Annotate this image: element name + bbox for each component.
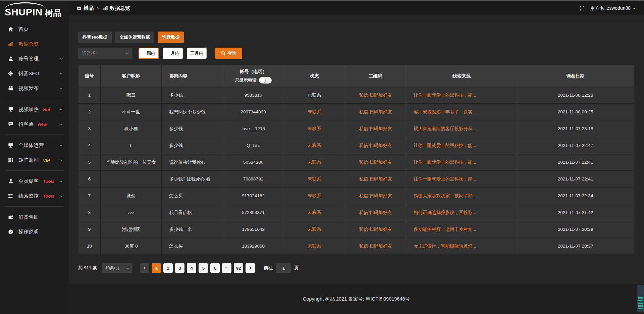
cell-qrcode[interactable]: 私信 扫码加好友 xyxy=(345,120,406,137)
chevron-right-icon xyxy=(248,266,252,270)
breadcrumb-item-current[interactable]: 数据总览 xyxy=(103,5,130,11)
sidebar-item-grid[interactable]: 矩阵助推VIP xyxy=(0,153,69,167)
chevron-down-icon xyxy=(59,179,63,183)
cell-nickname: 狐小狸 xyxy=(101,120,162,137)
sidebar-item-sliders[interactable]: 线索监控Tools xyxy=(0,189,69,203)
cell-source[interactable]: 让你一眼就爱上的黑科技，能... xyxy=(406,171,517,188)
page-size-select[interactable]: 10条/页 xyxy=(102,263,132,273)
sidebar-item-monitor[interactable]: 全媒体运营 xyxy=(0,138,69,153)
cell-id: 2 xyxy=(78,104,101,120)
cell-source[interactable]: 让你一眼就爱上的黑科技，能... xyxy=(406,137,517,154)
cell-qrcode[interactable]: 私信 扫码加好友 xyxy=(345,188,406,204)
sidebar-item-heat-screen[interactable]: 视频加热Hot xyxy=(0,102,69,117)
table-row: 8zzz我只看价格572803371未联系私信 扫码加好友如何正确选择投影仪，买… xyxy=(78,204,634,221)
sidebar-item-label: 线索监控 xyxy=(18,193,39,199)
cell-status: 未联系 xyxy=(284,171,345,188)
range-button-2[interactable]: 三月内 xyxy=(187,48,207,59)
cell-nickname: zzz xyxy=(101,204,162,221)
col-header-status: 状态 xyxy=(284,65,345,87)
cell-source[interactable]: 让你一眼就爱上的黑科技，能... xyxy=(406,87,517,104)
gear-icon xyxy=(8,71,14,76)
phone-only-toggle[interactable] xyxy=(259,77,272,84)
page-button-5[interactable]: 5 xyxy=(199,263,208,273)
cell-date: 2021-11-07 20:37 xyxy=(517,238,634,255)
cell-date: 2021-11-07 22:41 xyxy=(517,171,634,188)
sidebar-divider xyxy=(5,170,63,171)
page-button-92[interactable]: 92 xyxy=(234,263,243,273)
cell-source[interactable]: 如何正确选择投影仪，买投影... xyxy=(406,204,517,221)
chevron-down-icon xyxy=(126,266,130,270)
sidebar-item-video-camera[interactable]: 视频发布 xyxy=(0,81,69,96)
home-icon xyxy=(8,27,14,32)
logo-text: SHUPIN xyxy=(5,7,43,17)
cell-nickname: 当地比较能吃的一位美女 xyxy=(101,154,162,171)
tab-0[interactable]: 抖音seo数据 xyxy=(78,32,112,43)
cell-inquiry: 怎么买 xyxy=(162,188,223,204)
page-button-6[interactable]: 6 xyxy=(210,263,220,273)
cell-qrcode[interactable]: 私信 扫码加好友 xyxy=(345,104,406,120)
prev-page-button[interactable] xyxy=(140,263,149,273)
cell-inquiry: 多少钱 xyxy=(162,87,223,104)
pagination: 共 911 条 10条/页 123456•••92 前往 页 xyxy=(78,263,644,273)
cell-qrcode[interactable]: 私信 扫码加好友 xyxy=(345,87,406,104)
cell-qrcode[interactable]: 私信 扫码加好友 xyxy=(345,137,406,154)
chevron-down-icon xyxy=(59,122,63,126)
cell-status: 未联系 xyxy=(284,188,345,204)
grid-icon xyxy=(8,157,14,163)
page-button-2[interactable]: 2 xyxy=(163,263,173,273)
cell-source[interactable]: 多功能护栏灯，适用于乡村文... xyxy=(406,221,517,238)
sidebar-item-label: 消费明细 xyxy=(18,214,39,220)
cell-source[interactable]: 被大家追着问的客厅投影分享... xyxy=(406,120,517,137)
page-button-4[interactable]: 4 xyxy=(187,263,196,273)
cell-status: 未联系 xyxy=(284,221,345,238)
sidebar-item-home[interactable]: 首页 xyxy=(0,22,69,37)
sidebar-item-wallet[interactable]: 消费明细 xyxy=(0,210,69,224)
filter-select[interactable]: 请选择 xyxy=(78,48,132,59)
sidebar-item-label: 会员爆客 xyxy=(18,178,39,185)
sidebar-item-badge: New xyxy=(38,122,47,127)
sidebar-item-comment[interactable]: 抖客通New xyxy=(0,117,69,132)
cell-source[interactable]: 无主灯设计，智能磁吸轨道灯... xyxy=(406,238,517,255)
next-page-button[interactable] xyxy=(246,263,255,273)
query-button[interactable]: 查询 xyxy=(215,48,242,59)
logo-text-cn: 树品 xyxy=(45,8,62,17)
floating-widget[interactable] xyxy=(637,285,644,312)
cell-qrcode[interactable]: 私信 扫码加好友 xyxy=(345,238,406,255)
cell-qrcode[interactable]: 私信 扫码加好友 xyxy=(345,154,406,171)
cell-qrcode[interactable]: 私信 扫码加好友 xyxy=(345,204,406,221)
fullscreen-icon[interactable] xyxy=(580,6,585,11)
page-more-button[interactable]: ••• xyxy=(222,263,231,273)
sidebar-item-gear[interactable]: 抖音SEO xyxy=(0,66,69,81)
page-jump-label: 前往 xyxy=(264,265,273,271)
search-icon xyxy=(221,51,226,56)
filter-row: 请选择 一周内一月内三月内 查询 xyxy=(78,48,644,59)
inquiry-table: 编号 客户昵称 咨询内容 帐号（电话） 只显示电话 状态 二维码 线索来源 询盘… xyxy=(78,65,634,255)
cell-qrcode[interactable]: 私信 扫码加好友 xyxy=(345,171,406,188)
range-button-1[interactable]: 一月内 xyxy=(163,48,183,59)
range-button-0[interactable]: 一周内 xyxy=(139,48,159,59)
cell-source[interactable]: 感谢大家喜欢我家，被问了好... xyxy=(406,188,517,204)
page-button-1[interactable]: 1 xyxy=(152,263,161,273)
page-button-3[interactable]: 3 xyxy=(175,263,184,273)
page-jump-input[interactable] xyxy=(276,263,291,273)
tab-1[interactable]: 全媒体运营数据 xyxy=(115,32,154,43)
sidebar-item-label: 视频加热 xyxy=(18,106,39,113)
cell-date: 2021-11-07 22:41 xyxy=(517,154,634,171)
cell-source[interactable]: 让你一眼就爱上的黑科技，能... xyxy=(406,154,517,171)
table-row: 1036度 8怎么买183929060未联系私信 扫码加好友无主灯设计，智能磁吸… xyxy=(78,238,634,255)
table-row: 2不可一世我想问这个多少钱2097344839未联系私信 扫码加好友客厅安装投影… xyxy=(78,104,634,120)
breadcrumb-item-home[interactable]: 树品 xyxy=(77,5,94,11)
chevron-down-icon xyxy=(125,52,129,55)
total-count: 共 911 条 xyxy=(78,265,97,271)
sidebar-item-person[interactable]: 会员爆客Tools xyxy=(0,174,69,189)
sidebar-item-user[interactable]: 账号管理 xyxy=(0,51,69,66)
cell-source[interactable]: 客厅安装投影半年多了，真实... xyxy=(406,104,517,120)
cell-account: 183929060 xyxy=(223,238,284,255)
cell-account: 178651642 xyxy=(223,221,284,238)
sidebar-item-chart-bar[interactable]: 数据总览 xyxy=(0,37,69,51)
wallet-icon xyxy=(8,214,14,220)
cell-qrcode[interactable]: 私信 扫码加好友 xyxy=(345,221,406,238)
sidebar-item-help-circle[interactable]: ?操作说明 xyxy=(0,224,69,239)
tab-2[interactable]: 询盘数据 xyxy=(158,32,184,43)
username-menu[interactable]: 用户名: zswodun88 xyxy=(590,5,636,11)
